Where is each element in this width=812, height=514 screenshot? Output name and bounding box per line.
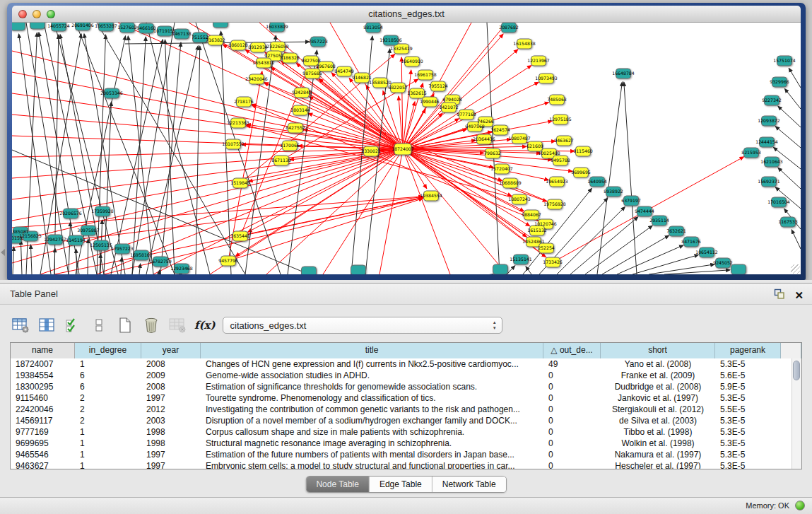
- graph-edge[interactable]: [624, 82, 637, 274]
- graph-edge[interactable]: [308, 113, 403, 149]
- cell-in-degree[interactable]: 1: [75, 358, 141, 370]
- cell-name[interactable]: 9777169: [11, 426, 75, 438]
- function-builder-button[interactable]: f(x): [194, 319, 216, 332]
- new-document-button[interactable]: [114, 315, 136, 335]
- cell-title[interactable]: Corpus callosum shape and size in male p…: [201, 426, 543, 438]
- cell-year[interactable]: 1998: [141, 438, 201, 449]
- cell-title[interactable]: Tourette syndrome. Phenomenology and cla…: [201, 392, 543, 404]
- cell-out-de-[interactable]: 0: [543, 381, 601, 392]
- column-header-pagerank[interactable]: pagerank: [715, 343, 781, 358]
- cell-out-de-[interactable]: 0: [543, 392, 601, 404]
- graph-edge[interactable]: [784, 88, 801, 109]
- cell-year[interactable]: 2012: [141, 404, 201, 415]
- cell-in-degree[interactable]: 6: [75, 381, 141, 392]
- cell-out-de-[interactable]: 0: [543, 438, 601, 449]
- cell-short[interactable]: Jankovic et al. (1997): [601, 392, 715, 404]
- collapse-panel-arrow-icon[interactable]: [1, 249, 5, 256]
- graph-edge[interactable]: [403, 149, 450, 274]
- graph-edge[interactable]: [20, 240, 22, 274]
- cell-name[interactable]: 18724007: [11, 358, 75, 370]
- cell-out-de-[interactable]: 0: [543, 404, 601, 415]
- graph-edge[interactable]: [210, 149, 403, 274]
- cell-out-de-[interactable]: 0: [543, 370, 601, 381]
- cell-short[interactable]: Wolkin et al. (1998): [601, 438, 715, 449]
- cell-name[interactable]: 14569117: [11, 415, 75, 426]
- column-header-out-de-[interactable]: △ out_de...: [543, 343, 601, 358]
- row-boxes-button[interactable]: [88, 315, 110, 335]
- graph-edge[interactable]: [228, 199, 423, 261]
- table-selector-dropdown[interactable]: citations_edges.txt ▲▼: [223, 317, 502, 334]
- cell-title[interactable]: Genome-wide association studies in ADHD.: [201, 370, 543, 381]
- column-header-name[interactable]: name: [11, 343, 75, 358]
- memory-status-indicator[interactable]: [795, 501, 805, 510]
- cell-title[interactable]: Investigating the contribution of common…: [201, 404, 543, 415]
- cell-pagerank[interactable]: 5.3E-5: [715, 415, 781, 426]
- graph-edge[interactable]: [196, 46, 200, 274]
- column-header-in-degree[interactable]: in_degree: [75, 343, 141, 358]
- graph-edge[interactable]: [12, 149, 403, 178]
- table-row[interactable]: 1830029562008Estimation of significance …: [11, 381, 801, 392]
- graph-edge[interactable]: [159, 270, 160, 274]
- tab-network-table[interactable]: Network Table: [433, 477, 506, 492]
- cell-pagerank[interactable]: 5.3E-5: [715, 449, 781, 460]
- cell-year[interactable]: 1997: [141, 449, 201, 460]
- cell-short[interactable]: Yano et al. (2008): [601, 358, 715, 370]
- graph-node[interactable]: [213, 23, 228, 28]
- graph-edge[interactable]: [792, 230, 801, 249]
- cell-pagerank[interactable]: 5.3E-5: [715, 392, 781, 404]
- cell-name[interactable]: 9465546: [11, 449, 75, 460]
- cell-in-degree[interactable]: 1: [75, 426, 141, 438]
- select-rows-check-button[interactable]: [62, 315, 83, 335]
- cell-short[interactable]: Dudbridge et al. (2008): [601, 381, 715, 392]
- cell-year[interactable]: 1997: [141, 392, 201, 404]
- graph-edge[interactable]: [69, 222, 71, 274]
- cell-in-degree[interactable]: 2: [75, 415, 141, 426]
- graph-edge[interactable]: [160, 42, 181, 274]
- graph-edge[interactable]: [128, 36, 153, 274]
- graph-node[interactable]: [493, 264, 508, 274]
- trash-icon-button[interactable]: [141, 315, 162, 335]
- graph-node[interactable]: [351, 265, 366, 274]
- graph-edge[interactable]: [12, 149, 403, 242]
- cell-year[interactable]: 1997: [141, 460, 201, 469]
- cell-out-de-[interactable]: 0: [543, 460, 601, 469]
- cell-in-degree[interactable]: 1: [75, 460, 141, 469]
- cell-name[interactable]: 9115460: [11, 392, 75, 404]
- cell-title[interactable]: Embryonic stem cells: a model to study s…: [201, 460, 543, 469]
- cell-pagerank[interactable]: 5.5E-5: [715, 404, 781, 415]
- column-header-title[interactable]: title: [201, 343, 543, 358]
- table-row[interactable]: 946362711997Embryonic stem cells: a mode…: [11, 460, 801, 469]
- graph-edge[interactable]: [12, 149, 403, 263]
- column-visibility-button[interactable]: [36, 315, 57, 335]
- graph-node[interactable]: [30, 23, 45, 29]
- cell-year[interactable]: 2009: [141, 370, 201, 381]
- table-row[interactable]: 977716911998Corpus callosum shape and si…: [11, 426, 801, 438]
- tab-edge-table[interactable]: Edge Table: [370, 477, 433, 492]
- cell-short[interactable]: Tibbo et al. (1998): [601, 426, 715, 438]
- resize-grip-icon[interactable]: [791, 264, 800, 274]
- cell-title[interactable]: Estimation of significance thresholds fo…: [201, 381, 543, 392]
- table-row[interactable]: 911546021997Tourette syndrome. Phenomeno…: [11, 392, 801, 404]
- cell-pagerank[interactable]: 5.3E-5: [715, 460, 781, 469]
- cell-in-degree[interactable]: 6: [75, 370, 141, 381]
- cell-in-degree[interactable]: 2: [75, 404, 141, 415]
- column-header-year[interactable]: year: [141, 343, 201, 358]
- table-row[interactable]: 1938455462009Genome-wide association stu…: [11, 370, 801, 381]
- table-row[interactable]: 969969511998Structural magnetic resonanc…: [11, 438, 801, 449]
- graph-edge[interactable]: [493, 274, 493, 274]
- table-vertical-scrollbar[interactable]: [792, 358, 801, 469]
- cell-title[interactable]: Disruption of a novel member of a sodium…: [201, 415, 543, 426]
- graph-edge[interactable]: [570, 217, 638, 274]
- cell-name[interactable]: 9463627: [11, 460, 75, 469]
- float-window-icon[interactable]: [774, 288, 784, 302]
- graph-edge[interactable]: [309, 97, 403, 149]
- graph-edge[interactable]: [139, 264, 141, 274]
- graph-edge[interactable]: [121, 257, 122, 274]
- cell-out-de-[interactable]: 0: [543, 426, 601, 438]
- cell-name[interactable]: 9699695: [11, 438, 75, 449]
- graph-edge[interactable]: [245, 35, 276, 274]
- graph-node[interactable]: [731, 264, 746, 274]
- cell-out-de-[interactable]: 0: [543, 449, 601, 460]
- graph-edge[interactable]: [76, 23, 175, 274]
- cell-in-degree[interactable]: 1: [75, 449, 141, 460]
